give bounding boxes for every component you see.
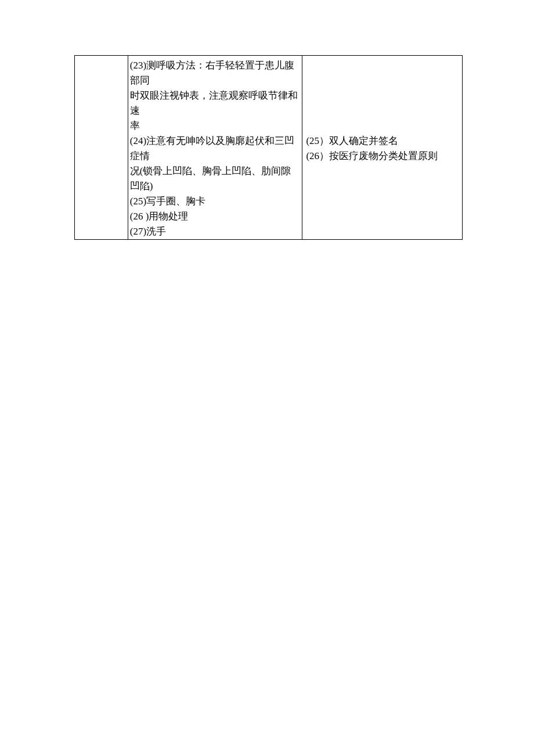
col3-line: (26）按医疗废物分类处置原则 [306, 149, 459, 164]
table-cell-3: (25）双人确定并签名 (26）按医疗废物分类处置原则 [302, 56, 463, 240]
col2-line: 时双眼注视钟表，注意观察呼吸节律和速 [130, 88, 301, 118]
table-cell-1 [75, 56, 128, 240]
col2-line: 况(锁骨上凹陷、胸骨上凹陷、肋间隙凹陷) [130, 164, 301, 194]
col2-line: (23)测呼吸方法：右手轻轻置于患儿腹部同 [130, 58, 301, 88]
col2-line: (24)注意有无呻吟以及胸廓起伏和三凹症情 [130, 134, 301, 164]
col2-line: 率 [130, 118, 301, 134]
table-cell-2: (23)测呼吸方法：右手轻轻置于患儿腹部同 时双眼注视钟表，注意观察呼吸节律和速… [128, 56, 302, 240]
cell-2-content-wrapper: (23)测呼吸方法：右手轻轻置于患儿腹部同 时双眼注视钟表，注意观察呼吸节律和速… [130, 58, 301, 239]
col3-line: (25）双人确定并签名 [306, 134, 459, 149]
col2-line: (26 )用物处理 [130, 209, 301, 224]
table-row: (23)测呼吸方法：右手轻轻置于患儿腹部同 时双眼注视钟表，注意观察呼吸节律和速… [75, 56, 463, 240]
procedure-table: (23)测呼吸方法：右手轻轻置于患儿腹部同 时双眼注视钟表，注意观察呼吸节律和速… [74, 55, 463, 240]
col2-line: (25)写手圈、胸卡 [130, 194, 301, 209]
col2-line: (27)洗手 [130, 224, 301, 239]
document-table-container: (23)测呼吸方法：右手轻轻置于患儿腹部同 时双眼注视钟表，注意观察呼吸节律和速… [74, 55, 463, 240]
